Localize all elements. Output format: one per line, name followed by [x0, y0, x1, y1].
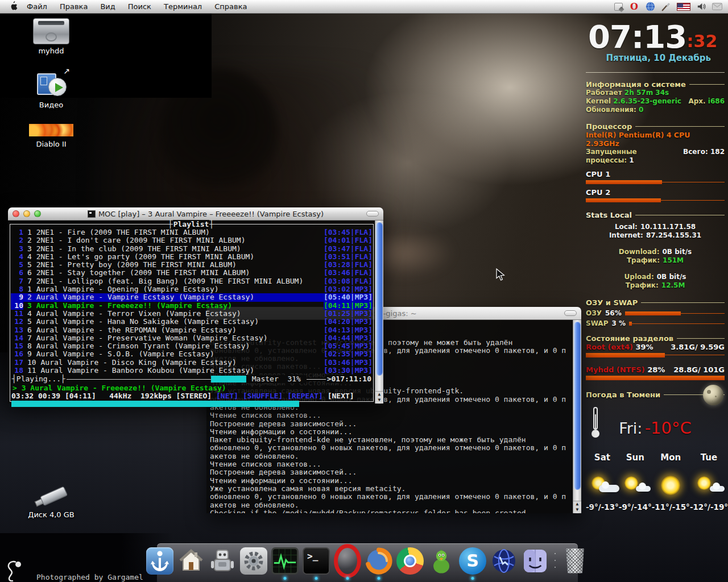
- volume-gauge[interactable]: [211, 376, 246, 383]
- weather-day-temps: -12°/-19°: [690, 502, 728, 512]
- dock-firefox-icon[interactable]: [365, 547, 392, 575]
- moon-icon: [703, 385, 723, 405]
- partition-root-bar: [586, 353, 725, 357]
- cpu2-bar: [586, 198, 725, 202]
- playlist-row[interactable]: 44 2NE1 - Let's go party (2009 THE FIRST…: [11, 253, 373, 261]
- playlist-row[interactable]: 103 Aural Vampire - Freeeeze!! (Vampire …: [11, 302, 373, 310]
- playlist-row[interactable]: 66 2NE1 - Stay together (2009 THE FIRST …: [11, 269, 373, 277]
- close-button[interactable]: [13, 210, 19, 217]
- playlist-row[interactable]: 147 Aural Vampire - Preservative Woman (…: [11, 334, 373, 342]
- zoom-button[interactable]: [34, 210, 41, 217]
- dock-trash-icon[interactable]: [561, 547, 589, 575]
- brush-icon[interactable]: [661, 2, 671, 12]
- minimize-pill[interactable]: [366, 211, 379, 217]
- playlist-row[interactable]: 158 Aural Vampire - Crimson Tyrant (Vamp…: [11, 342, 373, 350]
- playlist-row[interactable]: 169 Aural Vampire - S.O.B. (Vampire Ecst…: [11, 350, 373, 358]
- volume-icon[interactable]: [696, 2, 706, 12]
- dock-home-icon[interactable]: [177, 547, 205, 575]
- playlist-row[interactable]: 11 2NE1 - Fire (2009 THE FIRST MINI ALBU…: [11, 228, 373, 236]
- shortcut-arrow-icon: ↗: [63, 66, 70, 76]
- playlist-row[interactable]: 33 2NE1 - In the club (2009 THE FIRST MI…: [11, 245, 373, 253]
- note-icon[interactable]: [613, 2, 623, 12]
- kernel-row: Kernel 2.6.35-23-generic Арх. i686: [586, 97, 725, 106]
- playlist-row[interactable]: 1710 Aural Vampire - Disco King (Vampire…: [11, 359, 373, 367]
- menu-Правка[interactable]: Правка: [53, 0, 94, 14]
- cpu2-label: CPU 2: [586, 188, 725, 197]
- playlist-row[interactable]: 22 2NE1 - I don't care (2009 THE FIRST M…: [11, 236, 373, 244]
- upload-traffic-row: Трафик:12.5M: [586, 281, 725, 290]
- clock-seconds: :32: [686, 33, 717, 50]
- moc-player-window[interactable]: MOC [play] – 3 Aural Vampire – Freeeeze!…: [8, 207, 383, 404]
- dock-finder-icon[interactable]: [522, 547, 549, 575]
- playlist-row[interactable]: 92 Aural Vampire - Vampire Ecstasy (Vamp…: [11, 293, 373, 301]
- menu-Терминал[interactable]: Терминал: [158, 0, 208, 14]
- menu-Справка[interactable]: Справка: [208, 0, 253, 14]
- terminal-scrollbar[interactable]: ▲▼: [573, 320, 581, 513]
- dock-settings-gears-icon[interactable]: [240, 547, 267, 575]
- section-header-memory: ОЗУ и SWAP: [586, 298, 725, 307]
- playlist-row[interactable]: 77 2NE1 - Lollipop (feat. Big Bang) (200…: [11, 277, 373, 285]
- dock-chrome-icon[interactable]: [396, 547, 424, 575]
- menu-Вид[interactable]: Вид: [94, 0, 121, 14]
- gargamel-logo-icon: [5, 560, 33, 581]
- watermark: Photographed by Gargamel: [5, 560, 143, 581]
- minimize-button[interactable]: [564, 310, 577, 316]
- conky-system-monitor: 07:13 :32 Пятница, 10 Декабрь Информация…: [586, 23, 725, 512]
- partition-myhdd-row: Myhdd (NTFS) 28% 28.8G/ 101G: [586, 365, 725, 374]
- weather-day-name: Sun: [619, 452, 652, 463]
- playlist-row[interactable]: 136 Aural Vampire - the REPOMAN (Vampire…: [11, 326, 373, 334]
- desktop-icon-myhdd[interactable]: myhdd: [17, 18, 85, 55]
- weather-day-temps: -11°/-15°: [652, 502, 690, 512]
- dock: >_S: [157, 543, 578, 582]
- ram-row: ОЗУ56%: [586, 309, 725, 317]
- apple-menu-icon[interactable]: [6, 1, 20, 13]
- terminal-line: Пакет ubiquity-frontend-kde не установле…: [210, 436, 571, 444]
- us-flag-icon[interactable]: [677, 3, 690, 11]
- dock-separator: [553, 551, 557, 575]
- moc-titlebar[interactable]: MOC [play] – 3 Aural Vampire – Freeeeze!…: [8, 207, 383, 221]
- dock-backup-robot-icon[interactable]: [209, 547, 236, 575]
- sun-cloud-icon: [690, 471, 728, 500]
- cpu1-label: CPU 1: [586, 170, 725, 178]
- dock-network-globe-icon[interactable]: [490, 547, 518, 575]
- mail-icon[interactable]: [712, 2, 722, 12]
- playlist-row[interactable]: 1811 Aural Vampire - Banboro Koubou (Vam…: [11, 367, 373, 375]
- weather-day-name: Sat: [586, 452, 619, 463]
- weather-day-temps: -9°/-13°: [586, 502, 619, 512]
- desktop-icon-video[interactable]: ↗ Видео: [17, 71, 85, 109]
- playlist-row[interactable]: 125 Aural Vampire - Hana No Sakigake (Va…: [11, 318, 373, 326]
- dock-terminal-icon[interactable]: >_: [303, 547, 330, 575]
- section-header-cpu: Процессор: [586, 122, 725, 131]
- cpu-model: Intel(R) Pentium(R) 4 CPU 2.93GHz: [586, 131, 725, 148]
- cpu1-bar: [586, 180, 725, 184]
- dock-duck-mascot-icon[interactable]: [428, 547, 455, 575]
- desktop-icon-label: Диск 4,0 GB: [17, 510, 85, 519]
- diablo-flames-icon: [29, 124, 73, 136]
- dock-system-monitor-icon[interactable]: [271, 547, 299, 575]
- opera-icon[interactable]: O: [629, 2, 639, 12]
- moc-content[interactable]: ┤Playlist├ 11 2NE1 - Fire (2009 THE FIRS…: [8, 221, 383, 404]
- playlist-row[interactable]: 114 Aural Vampire - Terror Vixen (Vampir…: [11, 310, 373, 318]
- thermometer-icon: [589, 406, 602, 441]
- dock-opera-icon[interactable]: [334, 547, 361, 575]
- moc-progress-bar[interactable]: [11, 401, 371, 407]
- partition-root-row: Root (ext4) 39% 3.81G/ 9.59G: [586, 343, 725, 351]
- dock-docky-anchor-icon[interactable]: [146, 547, 173, 575]
- processes-row: Запущенные процессы: 1 Всего: 182: [586, 148, 725, 165]
- moc-scrollbar[interactable]: ▲▼: [375, 221, 383, 404]
- globe-icon[interactable]: [645, 2, 655, 12]
- terminal-line: Чтение информации о состоянии...: [210, 428, 571, 436]
- playlist-row[interactable]: 81 Aural Vampire - Opening (Vampire Ecst…: [11, 285, 373, 293]
- dock-skype-icon[interactable]: S: [459, 547, 486, 575]
- menu-Файл[interactable]: Файл: [20, 0, 53, 14]
- scroll-arrows: ▲▼: [573, 501, 581, 513]
- swap-bar: [629, 322, 725, 326]
- minimize-button[interactable]: [23, 210, 30, 217]
- terminal-line: Чтение списков пакетов...: [210, 460, 571, 468]
- playlist-row[interactable]: 55 2NE1 - Pretty boy (2009 THE FIRST MIN…: [11, 261, 373, 269]
- sun-icon: [652, 471, 690, 500]
- desktop-icon-diablo2[interactable]: Diablo II: [17, 124, 85, 148]
- terminal-line: Чтение информации о состоянии...: [210, 477, 571, 485]
- menu-Поиск[interactable]: Поиск: [122, 0, 158, 14]
- desktop-icon-usb-disk[interactable]: Диск 4,0 GB: [17, 490, 85, 519]
